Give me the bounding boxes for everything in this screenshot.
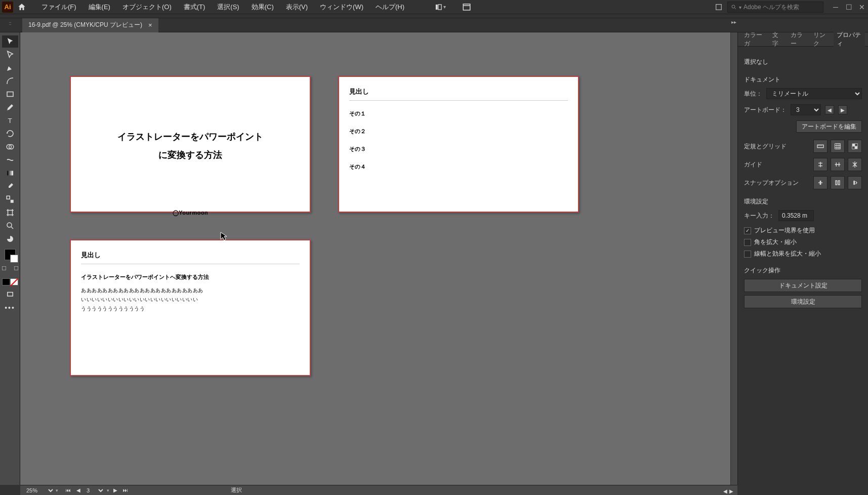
- scale-corners-checkbox[interactable]: [744, 239, 751, 246]
- svg-point-4: [732, 5, 735, 8]
- svg-rect-0: [436, 5, 438, 10]
- zoom-select[interactable]: 25%: [24, 487, 55, 494]
- menu-file[interactable]: ファイル(F): [36, 1, 81, 14]
- maximize-button[interactable]: ☐: [845, 3, 853, 11]
- snap-grid-icon[interactable]: [831, 176, 845, 189]
- svg-rect-14: [7, 293, 13, 297]
- artboard-3[interactable]: 見出し イラストレーターをパワーポイントへ変換する方法 ああああああああああああ…: [70, 239, 311, 376]
- screen-mode-icon[interactable]: [2, 288, 18, 301]
- zoom-tool[interactable]: [2, 220, 18, 232]
- ab3-line1: あああああああああああああああああああああああ: [81, 287, 300, 294]
- menu-help[interactable]: ヘルプ(H): [370, 1, 409, 14]
- curvature-tool[interactable]: [2, 75, 18, 87]
- menu-edit[interactable]: 編集(E): [84, 1, 115, 14]
- key-input-field[interactable]: [778, 210, 814, 221]
- page-select[interactable]: 3: [85, 487, 105, 494]
- collapse-panels-icon[interactable]: ▸▸: [730, 18, 737, 25]
- svg-rect-21: [853, 181, 855, 185]
- grid-icon[interactable]: [831, 140, 845, 153]
- pie-graph-tool[interactable]: [2, 233, 18, 245]
- direct-selection-tool[interactable]: [2, 49, 18, 61]
- artboard-next-icon[interactable]: ▶: [838, 105, 847, 114]
- ruler-icon[interactable]: [813, 140, 828, 153]
- arrange-documents-icon[interactable]: [461, 2, 472, 13]
- color-mode-icon[interactable]: [2, 278, 10, 285]
- smart-guide-icon[interactable]: [848, 158, 862, 171]
- snap-pixel-icon[interactable]: [848, 176, 862, 189]
- selection-tool[interactable]: [2, 35, 18, 48]
- vertical-scrollbar[interactable]: [730, 32, 737, 485]
- pen-tool[interactable]: [2, 62, 18, 74]
- width-tool[interactable]: [2, 154, 18, 166]
- canvas[interactable]: イラストレーターをパワーポイント に変換する方法 ◯Yourmoon 見出し そ…: [20, 32, 737, 485]
- svg-text:T: T: [8, 117, 12, 125]
- paintbrush-tool[interactable]: [2, 101, 18, 113]
- workspace-layout-icon[interactable]: ▾: [435, 2, 446, 13]
- preview-bounds-checkbox[interactable]: ✓: [744, 227, 751, 234]
- svg-point-13: [7, 223, 12, 227]
- scale-strokes-label: 線幅と効果を拡大・縮小: [754, 250, 821, 258]
- share-icon[interactable]: [713, 2, 724, 13]
- doc-handle-icon[interactable]: ::::::: [2, 18, 17, 28]
- scale-strokes-checkbox[interactable]: [744, 251, 751, 258]
- preferences-button[interactable]: 環境設定: [744, 295, 862, 308]
- artboard-tool[interactable]: [2, 207, 18, 219]
- type-tool[interactable]: T: [2, 114, 18, 127]
- help-search[interactable]: ▾ Adobe ヘルプを検索: [727, 2, 823, 13]
- close-window-button[interactable]: ✕: [858, 3, 866, 11]
- stroke-color-swatch[interactable]: [10, 255, 18, 263]
- panel-tabs: カラーガ 文字 カラー リンク プロパティ: [738, 32, 868, 47]
- swap-fill-stroke-icon[interactable]: [2, 266, 6, 270]
- guide-lock-icon[interactable]: [831, 158, 845, 171]
- next-page-icon[interactable]: ▶: [111, 487, 119, 494]
- ab2-item-1: その１: [349, 110, 568, 117]
- ab2-heading: 見出し: [349, 87, 568, 101]
- rotate-tool[interactable]: [2, 128, 18, 140]
- search-placeholder: Adobe ヘルプを検索: [743, 3, 799, 12]
- guide-visibility-icon[interactable]: [813, 158, 828, 171]
- artboard-prev-icon[interactable]: ◀: [825, 105, 834, 114]
- units-select[interactable]: ミリメートル: [766, 88, 862, 99]
- snap-label: スナップオプション: [744, 179, 799, 187]
- gradient-tool[interactable]: [2, 167, 18, 179]
- ab1-line1: イラストレーターをパワーポイント: [81, 128, 300, 146]
- status-bar: 25% ▾ ⏮ ◀ 3 ▾ ▶ ⏭ 選択 ◀ ▶: [20, 485, 737, 495]
- scroll-left-icon[interactable]: ◀: [723, 488, 727, 494]
- rectangle-tool[interactable]: [2, 88, 18, 100]
- artboard-select[interactable]: 3: [791, 104, 821, 115]
- close-tab-icon[interactable]: ×: [148, 21, 152, 29]
- doc-tab-bar: 16-9.pdf @ 25% (CMYK/CPU プレビュー) ×: [0, 18, 868, 32]
- svg-rect-15: [817, 145, 823, 147]
- default-fill-stroke-icon[interactable]: [14, 266, 18, 270]
- shape-builder-tool[interactable]: [2, 141, 18, 153]
- fill-color-swatch[interactable]: [5, 249, 16, 260]
- transparency-grid-icon[interactable]: [848, 140, 862, 153]
- ab3-line3: うううううううううううう: [81, 305, 300, 312]
- guide-label: ガイド: [744, 160, 762, 169]
- edit-toolbar-icon[interactable]: •••: [2, 302, 18, 314]
- last-page-icon[interactable]: ⏭: [121, 487, 130, 494]
- none-mode-icon[interactable]: [10, 278, 18, 285]
- eyedropper-tool[interactable]: [2, 180, 18, 192]
- doc-tab[interactable]: 16-9.pdf @ 25% (CMYK/CPU プレビュー) ×: [22, 18, 158, 32]
- menu-effect[interactable]: 効果(C): [246, 1, 279, 14]
- snap-point-icon[interactable]: [813, 176, 828, 189]
- artboard-2[interactable]: 見出し その１ その２ その３ その４: [338, 76, 579, 213]
- document-setup-button[interactable]: ドキュメント設定: [744, 279, 862, 292]
- artboard-1[interactable]: イラストレーターをパワーポイント に変換する方法 ◯Yourmoon: [70, 76, 311, 213]
- ab2-item-3: その３: [349, 145, 568, 153]
- menu-select[interactable]: 選択(S): [212, 1, 244, 14]
- svg-rect-3: [716, 5, 722, 10]
- edit-artboards-button[interactable]: アートボードを編集: [796, 120, 862, 133]
- prev-page-icon[interactable]: ◀: [74, 487, 82, 494]
- blend-tool[interactable]: [2, 193, 18, 205]
- menu-object[interactable]: オブジェクト(O): [117, 1, 177, 14]
- home-icon[interactable]: [17, 3, 26, 12]
- menu-view[interactable]: 表示(V): [281, 1, 313, 14]
- first-page-icon[interactable]: ⏮: [64, 487, 72, 494]
- preview-bounds-label: プレビュー境界を使用: [754, 226, 815, 235]
- scroll-right-icon[interactable]: ▶: [729, 488, 733, 494]
- menu-type[interactable]: 書式(T): [179, 1, 211, 14]
- menu-window[interactable]: ウィンドウ(W): [315, 1, 368, 14]
- minimize-button[interactable]: ─: [832, 3, 840, 11]
